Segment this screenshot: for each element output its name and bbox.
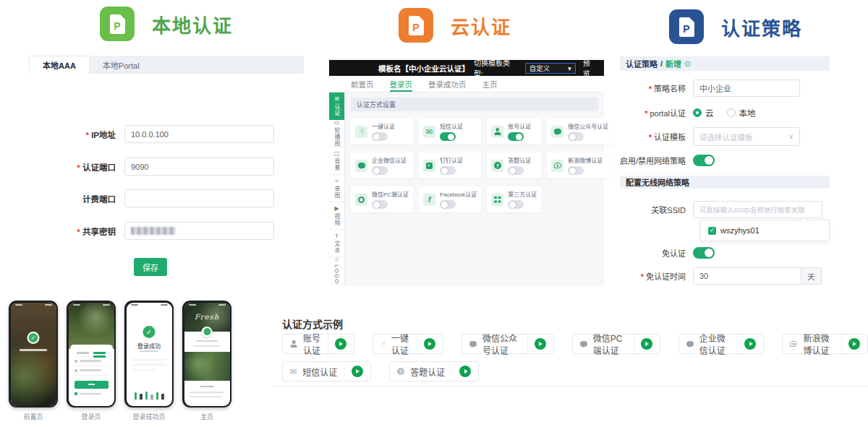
tab-login-page[interactable]: 登录页 bbox=[390, 76, 413, 92]
play-icon[interactable] bbox=[459, 366, 471, 377]
phone-caption: 前置页 bbox=[9, 412, 58, 421]
carousel-icon: ▭ bbox=[334, 120, 340, 126]
example-weibo-auth[interactable]: 新浪微博认证 bbox=[782, 334, 868, 354]
play-icon[interactable] bbox=[641, 338, 652, 350]
status-bar bbox=[73, 304, 110, 306]
play-icon[interactable] bbox=[335, 338, 346, 350]
free-auth-label: 免认证 bbox=[618, 247, 693, 259]
secret-input[interactable] bbox=[124, 222, 274, 240]
time-unit: 天 bbox=[801, 267, 822, 285]
example-account-auth[interactable]: 账号认证 bbox=[282, 334, 354, 354]
sidebar-item-image[interactable]: ≈ 单图 bbox=[329, 175, 344, 202]
wechat-icon bbox=[469, 341, 477, 347]
play-icon[interactable] bbox=[848, 338, 860, 350]
sidebar-item-background[interactable]: ▢ 背景 bbox=[329, 147, 344, 175]
intro-heading-placeholder bbox=[200, 386, 214, 388]
tab-login-success-page[interactable]: 登录成功页 bbox=[428, 76, 467, 92]
method-toggle[interactable] bbox=[372, 132, 388, 141]
acct-port-input[interactable] bbox=[124, 189, 274, 207]
checkbox-checked-icon[interactable] bbox=[708, 227, 716, 235]
save-button[interactable]: 保存 bbox=[134, 258, 167, 276]
tab-home-page[interactable]: 主页 bbox=[482, 76, 498, 92]
ssid-option[interactable]: wszyhys01 bbox=[720, 226, 760, 235]
sidebar-item-text[interactable]: T 文本 bbox=[329, 230, 344, 257]
sidebar-label: 单图 bbox=[333, 186, 341, 199]
mail-icon: ✉ bbox=[423, 126, 435, 138]
ip-input[interactable] bbox=[124, 125, 274, 143]
policy-name-input[interactable] bbox=[693, 79, 800, 97]
phone-mockup-login-page bbox=[67, 301, 116, 407]
example-label: 企业微信认证 bbox=[699, 332, 739, 356]
play-icon[interactable] bbox=[352, 366, 363, 377]
method-toggle[interactable] bbox=[440, 200, 456, 209]
phone-mockup-login-success-page: ✓ 登录成功 bbox=[124, 301, 174, 407]
example-label: 一键认证 bbox=[391, 332, 417, 356]
example-wechat-mp-auth[interactable]: 微信公众号认证 bbox=[461, 334, 554, 354]
wechat-icon bbox=[551, 126, 563, 138]
template-type-select[interactable]: 自定义 ▾ bbox=[525, 63, 576, 74]
brand-logo-icon bbox=[202, 327, 213, 337]
acct-port-label: 计费端口 bbox=[30, 193, 124, 204]
example-onekey-auth[interactable]: ☝ 一键认证 bbox=[373, 334, 443, 354]
status-bar bbox=[15, 304, 52, 306]
play-icon[interactable] bbox=[424, 338, 435, 350]
method-toggle[interactable] bbox=[508, 132, 524, 141]
phone-mockup-home-page: Fresh bbox=[182, 301, 231, 407]
method-toggle[interactable] bbox=[568, 132, 584, 141]
weibo-icon bbox=[551, 160, 563, 172]
example-wechat-pc-auth[interactable]: 微信PC端认证 bbox=[572, 334, 660, 354]
tab-local-aaa[interactable]: 本地AAA bbox=[29, 56, 90, 74]
free-auth-toggle[interactable] bbox=[693, 247, 715, 259]
phone-caption: 主页 bbox=[182, 412, 231, 421]
cloud-auth-header: P 云认证 bbox=[399, 8, 511, 43]
cloud-auth-title: 云认证 bbox=[451, 12, 511, 39]
portal-auth-label: portal认证 bbox=[618, 107, 693, 118]
method-toggle[interactable] bbox=[508, 166, 524, 175]
auth-port-input[interactable] bbox=[124, 158, 274, 176]
status-bar bbox=[131, 304, 168, 306]
sidebar-item-auth[interactable]: ⊞ 认证 bbox=[329, 92, 344, 120]
auth-template-select[interactable]: 请选择认证模板 ∨ bbox=[693, 127, 800, 146]
example-label: 账号认证 bbox=[303, 332, 328, 356]
method-card-weibo: 新浪微博认证 bbox=[547, 152, 613, 178]
radio-cloud[interactable] bbox=[693, 108, 702, 117]
agreement-checkbox bbox=[75, 392, 109, 395]
subtitle-placeholder bbox=[140, 350, 158, 353]
method-toggle[interactable] bbox=[568, 166, 584, 175]
status-bar bbox=[189, 304, 226, 306]
chevron-down-icon: ∨ bbox=[788, 133, 793, 140]
select-placeholder: 请选择认证模板 bbox=[699, 131, 753, 142]
secret-label: 共享密钥 bbox=[30, 225, 124, 237]
video-icon: ▶ bbox=[334, 206, 339, 212]
free-auth-time-input[interactable] bbox=[693, 267, 801, 285]
enable-policy-toggle[interactable] bbox=[693, 155, 715, 166]
radio-local[interactable] bbox=[727, 108, 736, 117]
example-sms-auth[interactable]: ✉ 短信认证 bbox=[282, 361, 371, 381]
breadcrumb-root[interactable]: 认证策略 bbox=[626, 58, 658, 69]
example-quiz-auth[interactable]: 答题认证 bbox=[389, 361, 479, 381]
radio-cloud-label[interactable]: 云 bbox=[705, 107, 714, 118]
example-wecom-auth[interactable]: 企业微信认证 bbox=[678, 334, 765, 354]
play-icon[interactable] bbox=[535, 338, 546, 350]
method-toggle[interactable] bbox=[508, 200, 524, 209]
auth-template-label: 认证模板 bbox=[618, 131, 693, 142]
example-label: 微信PC端认证 bbox=[593, 332, 634, 356]
radio-local-label[interactable]: 本地 bbox=[739, 107, 756, 118]
divider bbox=[271, 386, 868, 387]
local-auth-title: 本地认证 bbox=[152, 11, 233, 38]
sidebar-item-logo[interactable]: ☆ LOGO bbox=[329, 257, 344, 285]
method-toggle[interactable] bbox=[440, 166, 456, 175]
sidebar-item-video[interactable]: ▶ 视频 bbox=[329, 202, 344, 230]
method-toggle[interactable] bbox=[372, 166, 388, 175]
sidebar-item-carousel[interactable]: ▭ 轮播图 bbox=[329, 120, 344, 147]
method-toggle[interactable] bbox=[372, 200, 388, 209]
play-icon[interactable] bbox=[744, 338, 756, 350]
tab-local-portal[interactable]: 本地Portal bbox=[90, 56, 153, 74]
field-row-acct-port: 计费端口 bbox=[30, 189, 274, 207]
question-icon bbox=[491, 160, 503, 172]
method-toggle[interactable] bbox=[440, 132, 456, 141]
tab-front-page[interactable]: 前置页 bbox=[351, 76, 374, 92]
password-field bbox=[75, 366, 109, 376]
grid-icon: ⊞ bbox=[334, 96, 339, 102]
shelf-photo bbox=[69, 303, 114, 349]
